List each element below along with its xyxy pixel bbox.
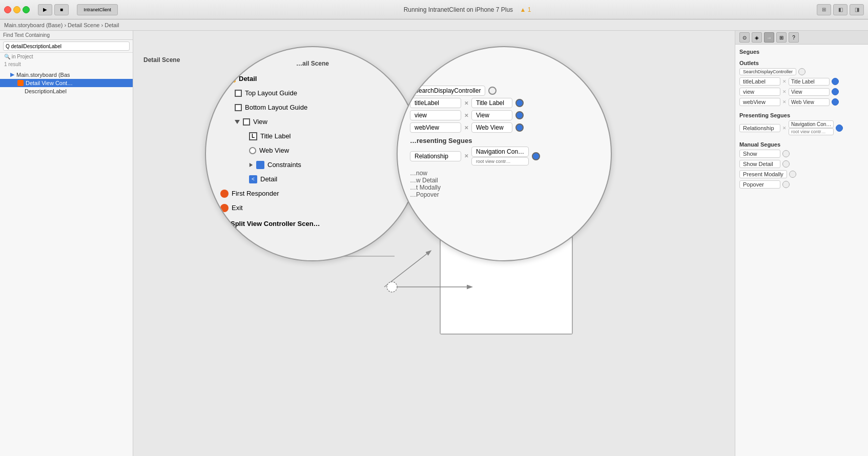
tree-item-description-label[interactable]: DescriptionLabel <box>0 87 133 95</box>
constraints-icon <box>256 161 264 169</box>
conn-dot-webview[interactable] <box>832 98 839 106</box>
rmag-now-label: …now <box>410 170 598 177</box>
manual-segues-title: Manual Segues <box>739 139 864 149</box>
conn-source-show: Show <box>739 150 780 158</box>
title-label-text: Title Label <box>260 130 291 143</box>
mag-item-top-layout: Top Layout Guide <box>220 86 405 100</box>
rmag-dot-relationship <box>532 152 540 160</box>
rmag-dot-webview <box>515 123 524 132</box>
rmag-segues-title: …egues <box>410 57 598 65</box>
conn-source-relationship: Relationship <box>739 124 780 132</box>
conn-dot-popover[interactable] <box>782 181 790 188</box>
split-view-scene-label: Split View Controller Scen… <box>220 217 405 231</box>
search-scope-label: Find Text Containing <box>3 32 50 38</box>
rmag-source-titlelabel: titleLabel <box>410 98 461 108</box>
run-status: Running IntranetClient on iPhone 7 Plus … <box>120 6 815 13</box>
rmag-source-relationship: Relationship <box>410 151 461 161</box>
bottom-layout-icon <box>235 104 242 111</box>
rmag-row-webview: webView ✕ Web View <box>410 122 598 133</box>
attributes-inspector-tab[interactable]: ◈ <box>752 32 762 43</box>
first-responder-icon <box>220 190 229 198</box>
magnify-circle-left: …ail Scene Detail Top Layout Guide <box>205 46 420 261</box>
detail-segue-label: Detail <box>260 173 277 186</box>
navigator-button[interactable]: ⊞ <box>817 4 831 15</box>
conn-dot-view[interactable] <box>832 88 839 95</box>
rmag-popover-label: …Popover <box>410 191 598 198</box>
right-sidebar: ⊙ ◈ → ⊞ ? Segues Outlets SearchDisplayCo… <box>735 31 868 456</box>
conn-row-modally: Present Modally <box>739 169 864 179</box>
rmag-row-relationship: Relationship ✕ Navigation Con… root view… <box>410 147 598 165</box>
rmag-dot-searchdisplay <box>488 87 497 95</box>
rmag-presenting-segues-title: …resenting Segues <box>410 137 598 144</box>
size-inspector-tab[interactable]: ⊞ <box>776 32 787 43</box>
split-view-icon <box>220 220 228 227</box>
conn-dot-showdetail[interactable] <box>782 160 790 168</box>
mag-item-first-responder: First Responder <box>220 186 405 201</box>
conn-dot-modally[interactable] <box>789 171 796 178</box>
debug-button[interactable]: ◧ <box>833 4 848 15</box>
constraints-label: Constraints <box>267 158 301 172</box>
breadcrumb-text: Main.storyboard (Base) › Detail Scene › … <box>4 22 119 28</box>
storyboard-icon: ▶ <box>10 71 14 78</box>
conn-source-modally: Present Modally <box>739 170 787 178</box>
connections-inspector-tab[interactable]: → <box>764 32 774 43</box>
close-button[interactable] <box>4 6 11 13</box>
conn-source-webview: webView <box>739 98 780 106</box>
title-label-icon: L <box>249 132 257 140</box>
identity-inspector-tab[interactable]: ⊙ <box>739 32 750 43</box>
rmag-dest-relationship-container: Navigation Con… root view contr… <box>471 147 529 165</box>
conn-x-webview: ✕ <box>782 99 787 105</box>
conn-row-show: Show <box>739 149 864 159</box>
result-count: 1 result <box>0 60 133 68</box>
detail-scene-canvas-label: Detail Scene <box>143 56 180 64</box>
rmag-x-titlelabel: ✕ <box>464 100 468 106</box>
search-input[interactable] <box>3 42 130 51</box>
conn-dot-titlelabel[interactable] <box>832 78 839 85</box>
left-sidebar: Find Text Containing 🔍 in Project 1 resu… <box>0 31 133 456</box>
web-view-icon <box>249 147 256 154</box>
expand-arrow-detail <box>220 77 225 81</box>
conn-dest-relationship-root: root view contr… <box>789 128 834 135</box>
connections-inspector-content: Segues Outlets SearchDisplayController t… <box>735 45 868 191</box>
maximize-button[interactable] <box>23 6 30 13</box>
rmag-row-titlelabel: titleLabel ✕ Title Label <box>410 98 598 108</box>
magnify-inner-right: …egues al …ts SearchDisplayController ti… <box>398 47 611 209</box>
conn-source-showdetail: Show Detail <box>739 160 780 168</box>
search-input-container[interactable] <box>0 40 133 53</box>
mag-item-view: View <box>220 115 405 129</box>
minimize-button[interactable] <box>13 6 20 13</box>
rmag-row-searchdisplay: SearchDisplayController <box>410 86 598 96</box>
tree-item-storyboard[interactable]: ▶ Main.storyboard (Bas <box>0 70 133 79</box>
exit-label: Exit <box>232 201 243 215</box>
stop-button[interactable]: ■ <box>54 4 69 15</box>
segues-section-title: Segues <box>739 47 864 56</box>
conn-row-popover: Popover <box>739 179 864 190</box>
rmag-dest-webview: Web View <box>471 122 512 133</box>
help-inspector-tab[interactable]: ? <box>789 32 799 43</box>
expand-arrow-view <box>235 120 240 124</box>
rmag-row-view: view ✕ View <box>410 110 598 120</box>
scheme-selector[interactable]: IntranetClient <box>77 4 118 15</box>
conn-source-searchdisplay: SearchDisplayController <box>739 68 796 75</box>
desc-label: DescriptionLabel <box>25 88 67 94</box>
rmag-x-webview: ✕ <box>464 125 468 131</box>
outlets-section-title: Outlets <box>739 58 864 67</box>
canvas-area[interactable]: Detail Scene ■■ Detail <box>133 31 735 456</box>
conn-dot-show[interactable] <box>782 150 790 157</box>
svg-point-1 <box>387 282 397 292</box>
rmag-detail-label: …w Detail <box>410 177 598 184</box>
conn-dot-searchdisplay[interactable] <box>798 68 805 75</box>
conn-x-view: ✕ <box>782 89 787 94</box>
rmag-dest-relationship-line1: Navigation Con… <box>471 147 529 157</box>
inspector-button[interactable]: ◨ <box>850 4 864 15</box>
detail-vc-icon <box>17 80 24 86</box>
mag-item-bottom-layout: Bottom Layout Guide <box>220 100 405 115</box>
tree-item-detail-view[interactable]: Detail View Cont… <box>0 79 133 87</box>
segue-icon: < <box>249 175 257 183</box>
run-button[interactable]: ▶ <box>38 4 52 15</box>
conn-dot-relationship[interactable] <box>836 125 843 132</box>
conn-row-relationship: Relationship ✕ Navigation Con… root view… <box>739 119 864 136</box>
constraints-arrow <box>250 163 253 167</box>
rmag-dest-view: View <box>471 110 512 120</box>
top-layout-icon <box>235 90 242 97</box>
